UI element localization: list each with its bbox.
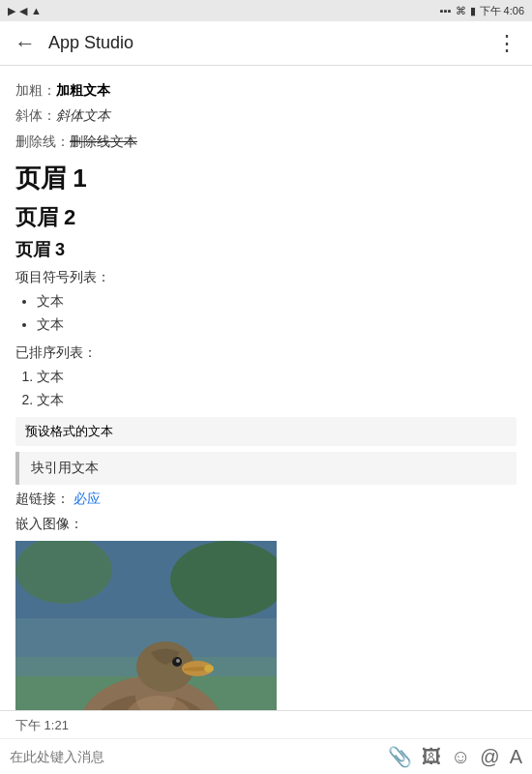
image-icon[interactable]: 🖼 [422,746,441,768]
ordered-list-label: 已排序列表： [15,344,517,362]
app-icon-1: ▶ [8,5,15,17]
time-display: 下午 4:06 [480,4,524,18]
status-bar: ▶ ◀ ▲ ▪▪▪ ⌘ ▮ 下午 4:06 [0,0,532,21]
heading-1: 页眉 1 [15,162,517,195]
svg-point-15 [176,659,180,663]
strikethrough-value: 删除线文本 [70,134,137,149]
bold-line: 加粗：加粗文本 [15,79,517,101]
emoji-icon[interactable]: ☺ [451,746,470,768]
bold-value: 加粗文本 [56,82,110,98]
ordered-list: 文本 文本 [15,366,517,412]
message-input[interactable] [10,749,380,764]
list-item: 文本 [37,313,517,337]
svg-point-17 [204,665,214,672]
bullet-list-label: 项目符号列表： [15,269,517,286]
back-button[interactable]: ← [10,31,41,56]
list-item: 文本 [37,366,517,389]
strikethrough-label: 删除线： [15,134,70,149]
bottom-bar: 下午 1:21 📎 🖼 ☺ @ A [0,710,532,774]
embedded-image [15,541,277,710]
battery-icon: ▮ [470,5,476,17]
status-bar-right: ▪▪▪ ⌘ ▮ 下午 4:06 [440,4,524,18]
wifi-icon: ⌘ [456,5,466,17]
mention-icon[interactable]: @ [480,746,499,768]
page-title: App Studio [48,33,491,53]
blockquote-text: 块引用文本 [31,460,99,475]
more-options-button[interactable]: ⋮ [491,31,522,56]
hyperlink[interactable]: 必应 [74,491,101,506]
hyperlink-label: 超链接： [15,491,70,506]
chat-input-row: 📎 🖼 ☺ @ A [0,738,532,774]
strikethrough-line: 删除线：删除线文本 [15,131,517,152]
list-item: 文本 [37,389,517,412]
attachment-icon[interactable]: 📎 [388,745,412,768]
italic-value: 斜体文本 [56,107,110,123]
heading-3: 页眉 3 [15,238,517,261]
app-icon-2: ◀ [19,5,27,17]
italic-line: 斜体：斜体文本 [15,104,517,126]
blockquote: 块引用文本 [15,452,517,485]
status-bar-left: ▶ ◀ ▲ [8,5,42,17]
toolbar: ← App Studio ⋮ [0,21,532,66]
bullet-list: 文本 文本 [15,290,517,337]
format-icon[interactable]: A [510,746,522,768]
main-content: 加粗：加粗文本 斜体：斜体文本 删除线：删除线文本 页眉 1 页眉 2 页眉 3… [0,66,532,710]
signal-icon: ▪▪▪ [440,5,452,16]
chat-action-icons: 📎 🖼 ☺ @ A [388,745,522,768]
chat-timestamp: 下午 1:21 [0,711,532,738]
heading-2: 页眉 2 [15,203,517,232]
app-icon-3: ▲ [31,5,42,16]
preformatted-text: 预设格式的文本 [15,417,517,446]
hyperlink-line: 超链接： 必应 [15,491,517,508]
image-section-label: 嵌入图像： [15,516,517,533]
list-item: 文本 [37,290,517,313]
italic-label: 斜体： [15,107,56,123]
bold-label: 加粗： [15,82,56,98]
